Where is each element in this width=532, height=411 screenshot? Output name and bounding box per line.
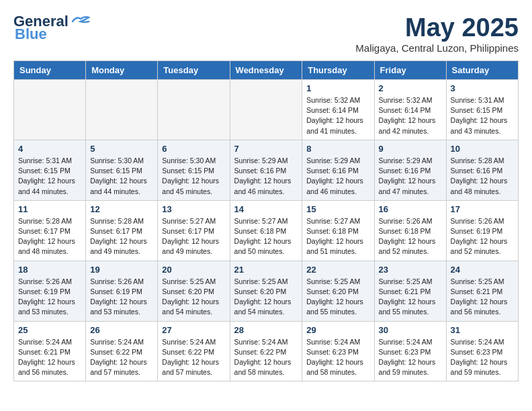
day-number: 26 bbox=[90, 325, 153, 335]
calendar-cell: 1Sunrise: 5:32 AM Sunset: 6:14 PM Daylig… bbox=[302, 80, 374, 140]
day-info: Sunrise: 5:25 AM Sunset: 6:21 PM Dayligh… bbox=[379, 277, 442, 318]
day-info: Sunrise: 5:24 AM Sunset: 6:23 PM Dayligh… bbox=[306, 337, 369, 378]
calendar-week-row: 4Sunrise: 5:31 AM Sunset: 6:15 PM Daylig… bbox=[14, 140, 519, 200]
day-number: 30 bbox=[379, 325, 442, 335]
calendar-cell: 19Sunrise: 5:26 AM Sunset: 6:19 PM Dayli… bbox=[86, 261, 158, 321]
day-number: 28 bbox=[234, 325, 298, 335]
day-info: Sunrise: 5:24 AM Sunset: 6:23 PM Dayligh… bbox=[379, 337, 442, 378]
day-info: Sunrise: 5:24 AM Sunset: 6:21 PM Dayligh… bbox=[18, 337, 81, 378]
day-number: 6 bbox=[162, 144, 225, 154]
calendar-cell: 5Sunrise: 5:30 AM Sunset: 6:15 PM Daylig… bbox=[86, 140, 158, 200]
calendar-cell: 30Sunrise: 5:24 AM Sunset: 6:23 PM Dayli… bbox=[374, 321, 446, 381]
calendar-cell: 10Sunrise: 5:28 AM Sunset: 6:16 PM Dayli… bbox=[446, 140, 518, 200]
day-number: 5 bbox=[90, 144, 153, 154]
calendar-cell: 13Sunrise: 5:27 AM Sunset: 6:17 PM Dayli… bbox=[158, 200, 230, 261]
month-title: May 2025 bbox=[355, 13, 519, 42]
calendar-week-row: 25Sunrise: 5:24 AM Sunset: 6:21 PM Dayli… bbox=[14, 321, 519, 381]
day-info: Sunrise: 5:30 AM Sunset: 6:15 PM Dayligh… bbox=[162, 156, 225, 197]
day-info: Sunrise: 5:24 AM Sunset: 6:22 PM Dayligh… bbox=[90, 337, 153, 378]
calendar-cell: 27Sunrise: 5:24 AM Sunset: 6:22 PM Dayli… bbox=[158, 321, 230, 381]
day-info: Sunrise: 5:29 AM Sunset: 6:16 PM Dayligh… bbox=[306, 156, 369, 197]
day-info: Sunrise: 5:25 AM Sunset: 6:20 PM Dayligh… bbox=[234, 277, 298, 318]
day-number: 19 bbox=[90, 265, 153, 275]
day-info: Sunrise: 5:31 AM Sunset: 6:15 PM Dayligh… bbox=[451, 95, 514, 136]
calendar-cell: 12Sunrise: 5:28 AM Sunset: 6:17 PM Dayli… bbox=[86, 200, 158, 261]
logo: General Blue bbox=[13, 13, 90, 42]
day-number: 3 bbox=[451, 83, 514, 93]
logo-blue-text: Blue bbox=[15, 27, 47, 42]
day-info: Sunrise: 5:26 AM Sunset: 6:19 PM Dayligh… bbox=[451, 216, 514, 257]
day-number: 16 bbox=[379, 204, 442, 214]
calendar-cell: 18Sunrise: 5:26 AM Sunset: 6:19 PM Dayli… bbox=[14, 261, 86, 321]
calendar-cell: 20Sunrise: 5:25 AM Sunset: 6:20 PM Dayli… bbox=[158, 261, 230, 321]
day-number: 25 bbox=[18, 325, 81, 335]
day-number: 12 bbox=[90, 204, 153, 214]
day-info: Sunrise: 5:25 AM Sunset: 6:20 PM Dayligh… bbox=[306, 277, 369, 318]
day-number: 2 bbox=[379, 83, 442, 93]
calendar-cell: 22Sunrise: 5:25 AM Sunset: 6:20 PM Dayli… bbox=[302, 261, 374, 321]
day-number: 21 bbox=[234, 265, 298, 275]
day-number: 11 bbox=[18, 204, 81, 214]
calendar-cell: 24Sunrise: 5:25 AM Sunset: 6:21 PM Dayli… bbox=[446, 261, 518, 321]
day-of-week-header: Thursday bbox=[302, 61, 374, 80]
day-number: 7 bbox=[234, 144, 298, 154]
day-number: 20 bbox=[162, 265, 225, 275]
calendar-cell: 23Sunrise: 5:25 AM Sunset: 6:21 PM Dayli… bbox=[374, 261, 446, 321]
day-info: Sunrise: 5:25 AM Sunset: 6:21 PM Dayligh… bbox=[451, 277, 514, 318]
day-info: Sunrise: 5:28 AM Sunset: 6:16 PM Dayligh… bbox=[451, 156, 514, 197]
calendar-cell: 21Sunrise: 5:25 AM Sunset: 6:20 PM Dayli… bbox=[230, 261, 302, 321]
day-number: 1 bbox=[306, 83, 369, 93]
day-of-week-header: Monday bbox=[86, 61, 158, 80]
calendar-cell: 25Sunrise: 5:24 AM Sunset: 6:21 PM Dayli… bbox=[14, 321, 86, 381]
calendar-cell: 29Sunrise: 5:24 AM Sunset: 6:23 PM Dayli… bbox=[302, 321, 374, 381]
calendar-cell: 28Sunrise: 5:24 AM Sunset: 6:22 PM Dayli… bbox=[230, 321, 302, 381]
calendar-cell: 9Sunrise: 5:29 AM Sunset: 6:16 PM Daylig… bbox=[374, 140, 446, 200]
calendar-week-row: 11Sunrise: 5:28 AM Sunset: 6:17 PM Dayli… bbox=[14, 200, 519, 261]
day-number: 18 bbox=[18, 265, 81, 275]
calendar-cell bbox=[158, 80, 230, 140]
day-of-week-header: Tuesday bbox=[158, 61, 230, 80]
day-of-week-header: Wednesday bbox=[230, 61, 302, 80]
day-info: Sunrise: 5:31 AM Sunset: 6:15 PM Dayligh… bbox=[18, 156, 81, 197]
day-info: Sunrise: 5:28 AM Sunset: 6:17 PM Dayligh… bbox=[18, 216, 81, 257]
day-info: Sunrise: 5:26 AM Sunset: 6:18 PM Dayligh… bbox=[379, 216, 442, 257]
day-info: Sunrise: 5:30 AM Sunset: 6:15 PM Dayligh… bbox=[90, 156, 153, 197]
day-info: Sunrise: 5:32 AM Sunset: 6:14 PM Dayligh… bbox=[379, 95, 442, 136]
location-subtitle: Maligaya, Central Luzon, Philippines bbox=[355, 42, 519, 54]
day-info: Sunrise: 5:26 AM Sunset: 6:19 PM Dayligh… bbox=[18, 277, 81, 318]
calendar-week-row: 1Sunrise: 5:32 AM Sunset: 6:14 PM Daylig… bbox=[14, 80, 519, 140]
calendar-cell bbox=[230, 80, 302, 140]
calendar-cell: 3Sunrise: 5:31 AM Sunset: 6:15 PM Daylig… bbox=[446, 80, 518, 140]
day-of-week-header: Sunday bbox=[14, 61, 86, 80]
day-number: 15 bbox=[306, 204, 369, 214]
day-info: Sunrise: 5:29 AM Sunset: 6:16 PM Dayligh… bbox=[379, 156, 442, 197]
calendar-cell: 15Sunrise: 5:27 AM Sunset: 6:18 PM Dayli… bbox=[302, 200, 374, 261]
day-info: Sunrise: 5:29 AM Sunset: 6:16 PM Dayligh… bbox=[234, 156, 298, 197]
day-number: 23 bbox=[379, 265, 442, 275]
page-header: General Blue May 2025 Maligaya, Central … bbox=[13, 13, 519, 54]
calendar-table: SundayMondayTuesdayWednesdayThursdayFrid… bbox=[13, 60, 519, 381]
calendar-cell: 14Sunrise: 5:27 AM Sunset: 6:18 PM Dayli… bbox=[230, 200, 302, 261]
day-number: 31 bbox=[451, 325, 514, 335]
day-number: 9 bbox=[379, 144, 442, 154]
calendar-cell bbox=[86, 80, 158, 140]
calendar-cell: 16Sunrise: 5:26 AM Sunset: 6:18 PM Dayli… bbox=[374, 200, 446, 261]
day-number: 29 bbox=[306, 325, 369, 335]
calendar-cell: 31Sunrise: 5:24 AM Sunset: 6:23 PM Dayli… bbox=[446, 321, 518, 381]
calendar-header-row: SundayMondayTuesdayWednesdayThursdayFrid… bbox=[14, 61, 519, 80]
day-number: 13 bbox=[162, 204, 225, 214]
title-area: May 2025 Maligaya, Central Luzon, Philip… bbox=[355, 13, 519, 54]
day-info: Sunrise: 5:24 AM Sunset: 6:22 PM Dayligh… bbox=[162, 337, 225, 378]
calendar-cell: 6Sunrise: 5:30 AM Sunset: 6:15 PM Daylig… bbox=[158, 140, 230, 200]
day-number: 14 bbox=[234, 204, 298, 214]
calendar-week-row: 18Sunrise: 5:26 AM Sunset: 6:19 PM Dayli… bbox=[14, 261, 519, 321]
day-of-week-header: Friday bbox=[374, 61, 446, 80]
calendar-cell: 4Sunrise: 5:31 AM Sunset: 6:15 PM Daylig… bbox=[14, 140, 86, 200]
day-info: Sunrise: 5:26 AM Sunset: 6:19 PM Dayligh… bbox=[90, 277, 153, 318]
day-number: 22 bbox=[306, 265, 369, 275]
calendar-cell: 11Sunrise: 5:28 AM Sunset: 6:17 PM Dayli… bbox=[14, 200, 86, 261]
day-number: 10 bbox=[451, 144, 514, 154]
day-number: 4 bbox=[18, 144, 81, 154]
day-info: Sunrise: 5:27 AM Sunset: 6:18 PM Dayligh… bbox=[234, 216, 298, 257]
calendar-cell: 26Sunrise: 5:24 AM Sunset: 6:22 PM Dayli… bbox=[86, 321, 158, 381]
